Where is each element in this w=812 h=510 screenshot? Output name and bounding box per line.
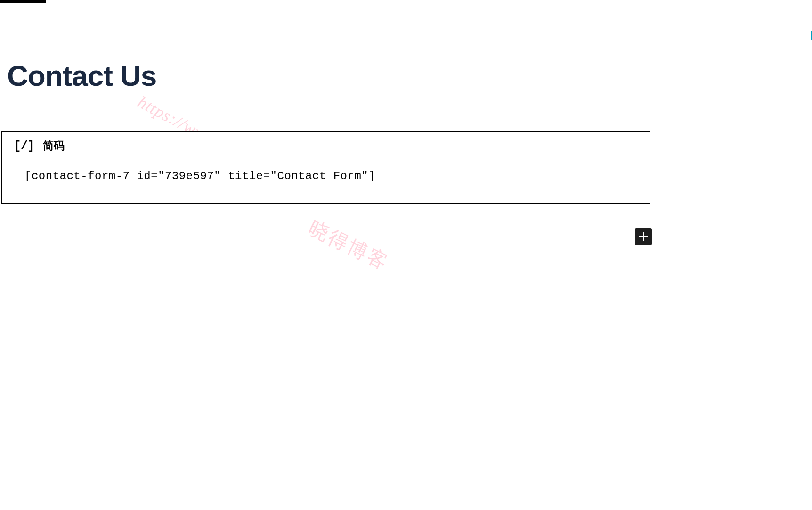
watermark-name-text: 晓得博客 — [304, 214, 393, 276]
block-type-label: 简码 — [43, 139, 65, 153]
shortcode-input-wrapper — [2, 158, 650, 203]
block-header: [/] 简码 — [2, 132, 650, 158]
shortcode-icon: [/] — [14, 139, 34, 153]
editor-canvas: Contact Us https://www.pythonthree.com [… — [0, 0, 812, 510]
page-title[interactable]: Contact Us — [7, 59, 156, 92]
plus-icon — [638, 231, 649, 242]
shortcode-input[interactable] — [14, 161, 638, 191]
top-indicator-bar — [0, 0, 46, 3]
shortcode-block[interactable]: [/] 简码 — [1, 131, 650, 204]
add-block-button[interactable] — [635, 228, 652, 245]
